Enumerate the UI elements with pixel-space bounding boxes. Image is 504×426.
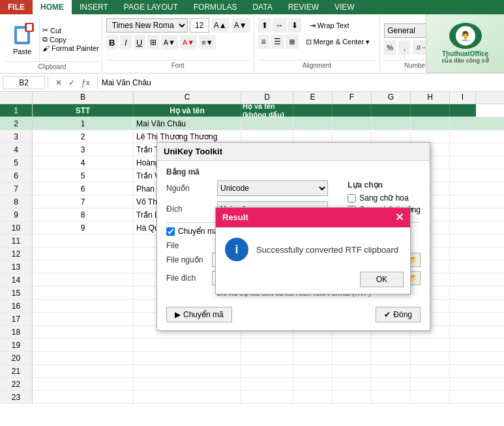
cell-b8-stt[interactable]: 7	[33, 195, 134, 208]
copy-button[interactable]: ⧉ Copy	[42, 35, 99, 44]
cell-e2[interactable]	[293, 117, 333, 130]
row-num-17[interactable]: 17	[0, 313, 32, 326]
cell-c3-hoten[interactable]: Lê Thị Thương Thương	[134, 130, 241, 143]
align-middle-button[interactable]: ↔	[273, 18, 287, 33]
result-close-button[interactable]: ✕	[395, 211, 404, 223]
row-num-20[interactable]: 20	[0, 352, 32, 365]
cell-i5[interactable]	[450, 156, 476, 169]
row-num-7[interactable]: 7	[0, 182, 32, 195]
cell-i2[interactable]	[450, 117, 476, 130]
row-num-8[interactable]: 8	[0, 195, 32, 208]
cell-h2[interactable]	[411, 117, 450, 130]
strikethrough-button[interactable]: ≡▼	[199, 35, 215, 50]
cell-i10[interactable]	[450, 221, 476, 234]
row-num-11[interactable]: 11	[0, 234, 32, 248]
formula-input[interactable]	[100, 77, 501, 89]
bold-button[interactable]: B	[106, 35, 118, 50]
header-cell-stt[interactable]: STT	[33, 104, 134, 117]
confirm-formula-button[interactable]: ✓	[67, 78, 77, 88]
row-num-9[interactable]: 9	[0, 208, 32, 221]
row-num-22[interactable]: 22	[0, 378, 32, 391]
font-size-input[interactable]	[190, 18, 209, 33]
row-num-5[interactable]: 5	[0, 156, 32, 169]
cell-b10-stt[interactable]: 9	[33, 221, 134, 234]
row-num-23[interactable]: 23	[0, 391, 32, 404]
header-cell-hoten[interactable]: Họ và tên	[134, 104, 241, 117]
border-button[interactable]: ⊞	[147, 35, 159, 50]
paste-button[interactable]: Paste	[5, 17, 40, 61]
cell-i4[interactable]	[450, 143, 476, 156]
row-num-14[interactable]: 14	[0, 274, 32, 287]
cancel-formula-button[interactable]: ✕	[53, 78, 64, 88]
font-size-increase-button[interactable]: A▲	[211, 18, 230, 33]
align-top-button[interactable]: ⬆	[258, 18, 271, 33]
cell-c2-hoten[interactable]: Mai Văn Châu	[134, 117, 241, 130]
cell-ref-input[interactable]	[3, 76, 45, 89]
row-num-3[interactable]: 3	[0, 130, 32, 143]
italic-button[interactable]: I	[120, 35, 132, 50]
row-num-10[interactable]: 10	[0, 221, 32, 234]
cell-h3[interactable]	[411, 130, 450, 143]
cell-i6[interactable]	[450, 169, 476, 182]
result-ok-button[interactable]: OK	[360, 272, 404, 287]
cell-i9[interactable]	[450, 208, 476, 221]
row-num-12[interactable]: 12	[0, 248, 32, 261]
col-header-g[interactable]: G	[372, 92, 411, 104]
font-name-select[interactable]: Times New Roma	[106, 18, 188, 33]
col-header-e[interactable]: E	[293, 92, 333, 104]
cell-b3-stt[interactable]: 2	[33, 130, 134, 143]
cell-i3[interactable]	[450, 130, 476, 143]
cut-button[interactable]: ✂ Cut	[42, 26, 99, 35]
col-header-b[interactable]: B	[33, 92, 134, 104]
cell-f2[interactable]	[333, 117, 372, 130]
format-painter-button[interactable]: 🖌 Format Painter	[42, 44, 99, 52]
row-num-6[interactable]: 6	[0, 169, 32, 182]
cell-g2[interactable]	[372, 117, 411, 130]
row-num-21[interactable]: 21	[0, 365, 32, 378]
align-left-button[interactable]: ≡	[258, 35, 269, 49]
row-num-2[interactable]: 2	[0, 117, 32, 130]
row-num-13[interactable]: 13	[0, 261, 32, 274]
cell-b6-stt[interactable]: 5	[33, 169, 134, 182]
row-num-16[interactable]: 16	[0, 300, 32, 313]
cell-d2[interactable]	[241, 117, 293, 130]
fill-color-button[interactable]: A▼	[161, 35, 178, 50]
merge-center-button[interactable]: ⊡ Merge & Center ▾	[300, 36, 376, 48]
align-right-button[interactable]: ≣	[286, 35, 299, 49]
cell-b5-stt[interactable]: 4	[33, 156, 134, 169]
cell-f3[interactable]	[333, 130, 372, 143]
cell-b2-stt[interactable]: 1	[33, 117, 134, 130]
cell-d3[interactable]	[241, 130, 293, 143]
underline-button[interactable]: U	[134, 35, 145, 50]
nguon-select[interactable]: Unicode	[217, 180, 328, 196]
tab-home[interactable]: HOME	[33, 0, 72, 14]
sang-chu-hoa-checkbox[interactable]	[348, 194, 356, 203]
font-color-button[interactable]: A▼	[180, 35, 197, 50]
cell-i8[interactable]	[450, 195, 476, 208]
result-dialog[interactable]: Result ✕ i Successfully converted RTF cl…	[215, 207, 411, 294]
tab-review[interactable]: REVIEW	[280, 0, 327, 14]
chuyen-ma-checkbox[interactable]	[166, 227, 175, 236]
chuyen-ma-button[interactable]: ▶ Chuyển mã	[166, 307, 232, 322]
cell-b7-stt[interactable]: 6	[33, 182, 134, 195]
comma-button[interactable]: ,	[398, 40, 410, 55]
col-header-f[interactable]: F	[333, 92, 372, 104]
cell-g3[interactable]	[372, 130, 411, 143]
col-header-c[interactable]: C	[134, 92, 241, 104]
wrap-text-button[interactable]: ⇥ Wrap Text	[306, 20, 353, 32]
percent-button[interactable]: %	[384, 40, 396, 55]
tab-page-layout[interactable]: PAGE LAYOUT	[116, 0, 186, 14]
font-size-decrease-button[interactable]: A▼	[231, 18, 250, 33]
cell-i7[interactable]	[450, 182, 476, 195]
row-num-18[interactable]: 18	[0, 326, 32, 339]
insert-function-button[interactable]: ƒx	[80, 78, 92, 88]
align-bottom-button[interactable]: ⬇	[288, 18, 301, 33]
tab-formulas[interactable]: FORMULAS	[186, 0, 245, 14]
cell-e3[interactable]	[293, 130, 333, 143]
tab-data[interactable]: DATA	[245, 0, 280, 14]
align-center-button[interactable]: ☰	[271, 35, 284, 49]
col-header-i[interactable]: I	[450, 92, 476, 104]
row-num-4[interactable]: 4	[0, 143, 32, 156]
row-num-19[interactable]: 19	[0, 339, 32, 352]
header-cell-hoten-kdau[interactable]: Họ và tên (không dấu)	[241, 104, 293, 117]
